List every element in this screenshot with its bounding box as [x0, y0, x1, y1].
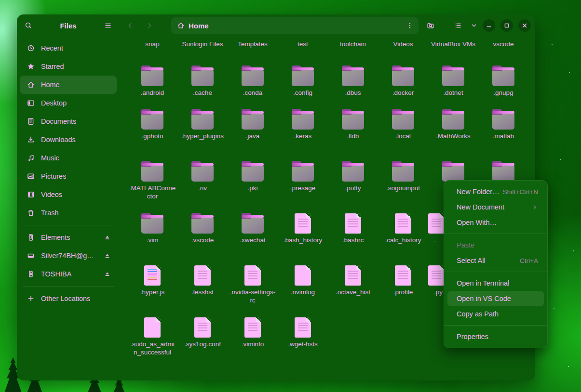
file-name: .android — [141, 89, 164, 97]
sidebar-item-music[interactable]: Music — [20, 149, 117, 167]
sidebar-item-trash[interactable]: Trash — [20, 204, 117, 222]
star — [552, 44, 553, 45]
sidebar-device-elements[interactable]: Elements — [20, 228, 117, 247]
sidebar-item-desktop[interactable]: Desktop — [20, 94, 117, 112]
file-item-sudo-as-admin-successful[interactable]: .sudo_as_admin_successful — [127, 315, 177, 356]
file-item-vscode[interactable]: vscode — [478, 40, 528, 48]
menu-item-open-in-vs-code[interactable]: Open in VS Code — [447, 291, 544, 306]
file-name: .bashrc — [342, 236, 364, 244]
toolbar: Home — [120, 14, 535, 37]
file-name: .lesshst — [191, 288, 214, 296]
file-item-snap[interactable]: snap — [127, 40, 177, 48]
file-item-local[interactable]: .local — [378, 107, 428, 140]
menu-item-properties[interactable]: Properties — [447, 329, 544, 344]
file-item-viminfo[interactable]: .viminfo — [228, 315, 278, 356]
file-item-templates[interactable]: Templates — [228, 40, 278, 48]
file-item-keras[interactable]: .keras — [278, 107, 328, 140]
file-item-putty[interactable]: .putty — [328, 159, 378, 200]
file-item-cache[interactable]: .cache — [177, 64, 228, 97]
file-item-xwechat[interactable]: .xwechat — [228, 211, 278, 244]
file-item-config[interactable]: .config — [278, 64, 328, 97]
file-item-hyper-plugins[interactable]: .hyper_plugins — [177, 107, 228, 140]
sidebar-device-silver74bh-g[interactable]: Silver74BH@g… — [20, 247, 117, 265]
file-item-lldb[interactable]: .lldb — [328, 107, 378, 140]
eject-button[interactable] — [103, 234, 111, 241]
file-item-profile[interactable]: .profile — [378, 263, 428, 304]
sidebar-item-label: Other Locations — [41, 295, 90, 302]
file-item-dbus[interactable]: .dbus — [328, 64, 378, 97]
sidebar-item-starred[interactable]: Starred — [20, 57, 117, 76]
file-name: .dbus — [345, 89, 361, 97]
minimize-button[interactable] — [483, 19, 495, 32]
search-everywhere-button[interactable] — [423, 19, 438, 32]
file-item-sunlogin-files[interactable]: Sunlogin Files — [177, 40, 228, 48]
file-item-bash-history[interactable]: .bash_history — [278, 211, 328, 244]
path-bar[interactable]: Home — [171, 17, 419, 34]
file-item-test[interactable]: test — [278, 40, 328, 48]
text-file-icon — [295, 213, 311, 234]
file-item-calc-history[interactable]: .calc_history — [378, 211, 428, 244]
file-item-toolchain[interactable]: toolchain — [328, 40, 378, 48]
file-item-dotnet[interactable]: .dotnet — [428, 64, 478, 97]
file-item-matlabconnector[interactable]: .MATLABConnector — [127, 159, 177, 200]
menu-item-select-all[interactable]: Select AllCtrl+A — [447, 253, 544, 268]
file-name: .conda — [243, 89, 263, 97]
file-item-lesshst[interactable]: .lesshst — [177, 263, 228, 304]
location-menu-button[interactable] — [403, 19, 417, 32]
menu-item-new-document[interactable]: New Document — [447, 199, 544, 215]
sidebar-device-toshiba[interactable]: TOSHIBA — [20, 265, 117, 283]
maximize-button[interactable] — [500, 19, 513, 32]
sidebar-item-other-locations[interactable]: Other Locations — [20, 289, 117, 308]
file-item-conda[interactable]: .conda — [228, 64, 278, 97]
menu-item-open-in-terminal[interactable]: Open in Terminal — [447, 275, 544, 291]
file-item-matlab[interactable]: .matlab — [478, 107, 528, 140]
sidebar-item-videos[interactable]: Videos — [20, 185, 117, 204]
menu-item-copy-as-path[interactable]: Copy as Path — [447, 306, 544, 322]
sidebar-item-pictures[interactable]: Pictures — [20, 167, 117, 185]
file-item-sys1og-conf[interactable]: .sys1og.conf — [177, 315, 228, 356]
file-item-vim[interactable]: .vim — [127, 211, 177, 244]
file-item-nv[interactable]: .nv — [177, 159, 228, 200]
file-name: .local — [395, 132, 411, 140]
file-item-java[interactable]: .java — [228, 107, 278, 140]
sidebar-item-documents[interactable]: Documents — [20, 112, 117, 131]
eject-button[interactable] — [103, 252, 111, 260]
file-item-octave-hist[interactable]: .octave_hist — [328, 263, 378, 304]
app-menu-button[interactable] — [101, 19, 115, 32]
menu-item-new-folder[interactable]: New Folder…Shift+Ctrl+N — [447, 184, 544, 199]
forward-button[interactable] — [143, 19, 156, 32]
close-button[interactable] — [518, 19, 531, 32]
file-item-hyper-js[interactable]: .hyper.js — [127, 263, 177, 304]
file-item-nvimlog[interactable]: .nvimlog — [278, 263, 328, 304]
eject-button[interactable] — [103, 270, 111, 278]
file-item-vscode[interactable]: .vscode — [177, 211, 228, 244]
sidebar-item-home[interactable]: Home — [20, 76, 117, 94]
file-item-mathworks[interactable]: .MathWorks — [428, 107, 478, 140]
file-item-bashrc[interactable]: .bashrc — [328, 211, 378, 244]
menu-item-open-with[interactable]: Open With… — [447, 215, 544, 230]
file-item-wget-hsts[interactable]: .wget-hsts — [278, 315, 328, 356]
file-item-android[interactable]: .android — [127, 64, 177, 97]
menu-item-label: New Document — [457, 203, 531, 211]
file-item-sogouinput[interactable]: .sogouinput — [378, 159, 428, 200]
device-label: TOSHIBA — [41, 270, 71, 278]
file-item-docker[interactable]: .docker — [378, 64, 428, 97]
back-button[interactable] — [123, 19, 137, 32]
sidebar-divider — [23, 286, 114, 287]
file-item-videos[interactable]: Videos — [378, 40, 428, 48]
file-item-virtualbox-vms[interactable]: VirtualBox VMs — [428, 40, 478, 48]
file-item-pki[interactable]: .pki — [228, 159, 278, 200]
document-icon — [27, 118, 36, 125]
file-name: .sudo_as_admin_successful — [129, 340, 176, 356]
view-toggle-button[interactable] — [451, 19, 465, 32]
sidebar-item-downloads[interactable]: Downloads — [20, 131, 117, 149]
file-item-nvidia-settings-rc[interactable]: .nvidia-settings-rc — [228, 263, 278, 304]
file-item-gnupg[interactable]: .gnupg — [478, 64, 528, 97]
file-item-presage[interactable]: .presage — [278, 159, 328, 200]
film-icon — [27, 191, 36, 198]
file-item-gphoto[interactable]: .gphoto — [127, 107, 177, 140]
hamburger-icon — [104, 22, 112, 29]
file-name: .sogouinput — [386, 184, 420, 192]
view-options-button[interactable] — [468, 19, 480, 32]
sidebar-item-recent[interactable]: Recent — [20, 39, 117, 57]
